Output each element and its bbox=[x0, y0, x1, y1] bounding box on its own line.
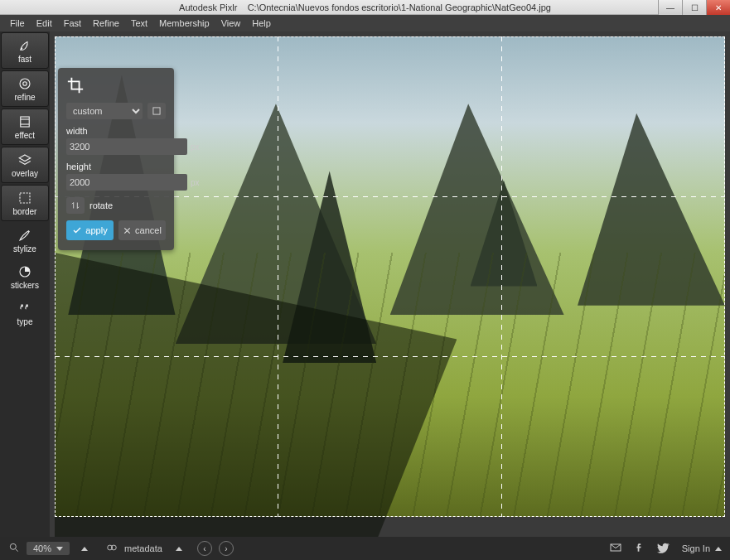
rocket-icon bbox=[17, 38, 32, 53]
rotate-button[interactable] bbox=[66, 197, 85, 214]
metadata-label[interactable]: metadata bbox=[124, 543, 162, 553]
rotate-label: rotate bbox=[89, 200, 113, 210]
zoom-icon[interactable] bbox=[8, 542, 20, 555]
layers-icon bbox=[17, 152, 32, 167]
facebook-icon[interactable] bbox=[634, 542, 645, 555]
menu-membership[interactable]: Membership bbox=[154, 17, 215, 30]
app-name: Autodesk Pixlr bbox=[179, 2, 237, 12]
cancel-label: cancel bbox=[135, 225, 162, 235]
tool-stickers[interactable]: stickers bbox=[0, 258, 50, 295]
height-label: height bbox=[66, 162, 166, 171]
constrain-button[interactable] bbox=[147, 103, 166, 119]
apply-label: apply bbox=[85, 225, 107, 235]
tool-border[interactable]: border bbox=[1, 185, 49, 221]
history-back-button[interactable]: ‹ bbox=[197, 541, 212, 556]
mail-icon[interactable] bbox=[609, 541, 622, 556]
svg-point-8 bbox=[10, 543, 16, 549]
status-bar: 40% metadata ‹ › Sign In bbox=[0, 537, 730, 560]
chevron-down-icon bbox=[56, 547, 63, 551]
svg-rect-7 bbox=[153, 108, 160, 114]
width-unit: px bbox=[191, 142, 200, 152]
tool-fast[interactable]: fast bbox=[1, 32, 49, 69]
sticker-icon bbox=[17, 264, 32, 279]
menu-fast[interactable]: Fast bbox=[59, 17, 86, 30]
chevron-up-icon[interactable] bbox=[176, 547, 182, 551]
tool-label: type bbox=[17, 317, 33, 326]
tool-label: stickers bbox=[11, 281, 39, 290]
maximize-button[interactable]: ☐ bbox=[682, 0, 706, 15]
tool-label: refine bbox=[14, 93, 35, 102]
tool-stylize[interactable]: stylize bbox=[0, 222, 50, 258]
minimize-button[interactable]: — bbox=[658, 0, 682, 15]
crop-panel: custom width px height px rotate apply bbox=[58, 68, 174, 250]
chevron-up-icon bbox=[715, 547, 722, 551]
apply-button[interactable]: apply bbox=[66, 220, 114, 240]
svg-point-0 bbox=[20, 79, 30, 89]
history-forward-button[interactable]: › bbox=[219, 541, 234, 556]
menu-help[interactable]: Help bbox=[247, 17, 276, 30]
tool-refine[interactable]: refine bbox=[1, 70, 49, 107]
menu-refine[interactable]: Refine bbox=[88, 17, 124, 30]
crop-preset-select[interactable]: custom bbox=[66, 103, 143, 119]
tool-label: fast bbox=[18, 55, 31, 64]
width-input[interactable] bbox=[66, 138, 187, 155]
menu-edit[interactable]: Edit bbox=[31, 17, 57, 30]
menu-text[interactable]: Text bbox=[126, 17, 152, 30]
title-text: Autodesk Pixlr C:\Ontecnia\Nuevos fondos… bbox=[179, 2, 551, 12]
cancel-button[interactable]: cancel bbox=[118, 220, 166, 240]
border-icon bbox=[17, 191, 32, 205]
tool-type[interactable]: type bbox=[0, 295, 50, 331]
menu-bar: File Edit Fast Refine Text Membership Vi… bbox=[0, 15, 730, 31]
quote-icon bbox=[17, 301, 32, 316]
menu-file[interactable]: File bbox=[5, 17, 30, 30]
svg-rect-2 bbox=[21, 117, 30, 127]
height-unit: px bbox=[191, 178, 200, 187]
signin-label: Sign In bbox=[682, 543, 710, 553]
zoom-select[interactable]: 40% bbox=[27, 542, 70, 555]
tool-overlay[interactable]: overlay bbox=[1, 147, 49, 183]
tool-label: border bbox=[13, 207, 37, 216]
svg-line-9 bbox=[16, 549, 18, 552]
svg-rect-5 bbox=[20, 193, 30, 203]
width-label: width bbox=[66, 126, 166, 136]
menu-view[interactable]: View bbox=[216, 17, 246, 30]
height-input[interactable] bbox=[66, 174, 187, 191]
window-titlebar: Autodesk Pixlr C:\Ontecnia\Nuevos fondos… bbox=[0, 0, 730, 15]
tool-label: stylize bbox=[13, 244, 36, 253]
tool-label: effect bbox=[15, 131, 35, 140]
signin-button[interactable]: Sign In bbox=[682, 543, 722, 553]
window-controls: — ☐ ✕ bbox=[658, 0, 730, 15]
zoom-value: 40% bbox=[33, 543, 51, 553]
chevron-up-icon[interactable] bbox=[81, 547, 88, 551]
brush-icon bbox=[17, 228, 32, 243]
film-icon bbox=[17, 114, 32, 129]
close-button[interactable]: ✕ bbox=[706, 0, 730, 15]
tool-label: overlay bbox=[12, 169, 38, 178]
tool-effect[interactable]: effect bbox=[1, 109, 49, 145]
tool-sidebar: fast refine effect overlay border styliz… bbox=[0, 31, 50, 537]
svg-point-1 bbox=[23, 81, 27, 85]
crop-icon bbox=[66, 76, 85, 94]
metadata-icon[interactable] bbox=[106, 542, 118, 555]
target-icon bbox=[17, 76, 32, 91]
file-path: C:\Ontecnia\Nuevos fondos escritorio\1-N… bbox=[248, 2, 551, 12]
twitter-icon[interactable] bbox=[657, 541, 670, 556]
